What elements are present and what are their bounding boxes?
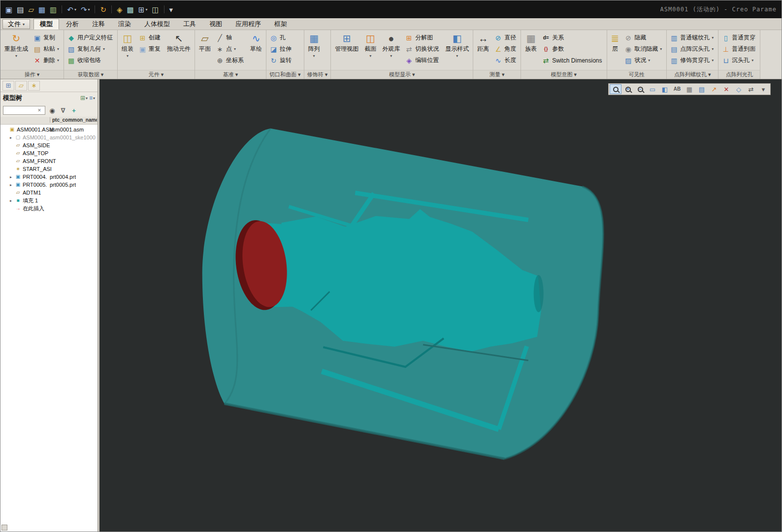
appearance-gallery-button[interactable]: ●外观库▾ <box>380 31 402 69</box>
tree-column-header[interactable]: ptc_common_name <box>50 117 97 123</box>
window-button[interactable]: ▣ <box>3 5 14 14</box>
tab-analysis[interactable]: 分析 <box>60 19 85 30</box>
thread-hole-button[interactable]: ▥普通螺纹孔▾ <box>668 32 717 43</box>
through-hole-button[interactable]: ▯普通贯穿 <box>720 32 758 43</box>
filter-button[interactable]: ∇ <box>58 105 68 115</box>
ribbon-group-label[interactable]: 基准 ▾ <box>195 70 266 79</box>
tree-item-fill-1[interactable]: ▸■填充 1 <box>0 197 98 204</box>
drag-components-button[interactable]: ↖拖动元件 <box>164 31 193 69</box>
pattern-button[interactable]: ▦阵列▾ <box>306 31 323 69</box>
ribbon-group-label[interactable]: 模型意图 ▾ <box>521 70 606 79</box>
new-window-button[interactable]: ◫ <box>150 5 161 14</box>
add-filter-button[interactable]: + <box>69 105 79 115</box>
ribbon-group-label[interactable]: 模型显示 ▾ <box>331 70 473 79</box>
expand-icon[interactable]: ▸ <box>8 199 13 203</box>
export-button[interactable]: ▥ <box>48 5 59 14</box>
tab-applications[interactable]: 应用程序 <box>229 19 267 30</box>
repaint-button[interactable]: ◈ <box>115 5 125 14</box>
capture-view-button[interactable]: ▦ <box>684 84 695 94</box>
layers-button[interactable]: ≣层 <box>609 31 622 69</box>
save-button[interactable]: ▦ <box>36 5 47 14</box>
reorient-button[interactable]: ↗ <box>708 84 720 94</box>
switch-status-button[interactable]: ⇄切换状况 <box>403 43 442 55</box>
copy-button[interactable]: ▣复制 <box>32 32 62 43</box>
tree-item-prt0004[interactable]: ▸▣PRT0004.prt0004.prt <box>0 173 98 181</box>
diameter-button[interactable]: ⊘直径 <box>492 32 519 43</box>
open-button[interactable]: ▱ <box>26 5 36 14</box>
angle-button[interactable]: ∠角度 <box>492 43 519 55</box>
regenerate-quick-button[interactable]: ↻ <box>98 5 108 14</box>
tree-item-asm-front[interactable]: ▱ASM_FRONT <box>0 157 98 165</box>
tab-tools[interactable]: 工具 <box>177 19 202 30</box>
find-button[interactable]: ◉ <box>47 105 57 115</box>
tab-model[interactable]: 模型 <box>33 19 59 30</box>
model-canvas[interactable] <box>99 79 782 532</box>
clear-search-icon[interactable]: ✕ <box>36 108 43 113</box>
ribbon-group-label[interactable]: 修饰符 ▾ <box>304 70 331 79</box>
toolbar-options-button[interactable]: ▾ <box>167 5 175 14</box>
tree-display-button[interactable]: ≡▾ <box>89 95 95 101</box>
regenerate-button[interactable]: ↻重新生成▾ <box>2 31 31 69</box>
section-button[interactable]: ◫截面▾ <box>362 31 379 69</box>
refit-button[interactable]: ▭ <box>647 84 658 94</box>
tree-settings-button[interactable]: ⊞▾ <box>80 95 88 101</box>
tree-item-prt0005[interactable]: ▸▣PRT0005.prt0005.prt <box>0 181 98 189</box>
ribbon-group-label[interactable]: 元件 ▾ <box>118 70 195 79</box>
exploded-view-button[interactable]: ⊞分解图 <box>403 32 442 43</box>
tree-item-asm0001-asm[interactable]: ▣ASM0001.ASMasm0001.asm <box>0 126 98 133</box>
tree-item-start-asi[interactable]: ∗START_ASI <box>0 165 98 173</box>
zoom-out-button[interactable]: − <box>634 84 646 94</box>
manage-views-button[interactable]: ⊞管理视图 <box>332 31 361 69</box>
folder-browser-button[interactable]: ▱ <box>15 81 27 91</box>
expand-icon[interactable]: ▸ <box>8 183 13 187</box>
pattern-counterbore-hole-button[interactable]: ▤点阵沉头孔▾ <box>668 43 717 55</box>
tab-manikin[interactable]: 人体模型 <box>138 19 176 30</box>
ribbon-group-label[interactable]: 操作 ▾ <box>0 70 64 79</box>
zoom-in-button[interactable]: + <box>622 84 634 94</box>
windows-button[interactable]: ⊞▾ <box>136 5 150 14</box>
create-button[interactable]: ⊞创建 <box>137 32 163 43</box>
tree-item-asm0001-skeleton[interactable]: ▸▢ASM0001_asm0001_ske1000 <box>0 133 98 141</box>
revolve-button[interactable]: ↻旋转 <box>268 55 294 66</box>
counterbore-hole-button[interactable]: ⊔沉头孔▾ <box>720 55 758 66</box>
axis-button[interactable]: ╱轴 <box>214 32 247 43</box>
ribbon-group-label[interactable]: 获取数据 ▾ <box>64 70 117 79</box>
family-table-button[interactable]: ▦族表 <box>522 31 539 69</box>
length-button[interactable]: ∿长度 <box>492 55 519 66</box>
point-button[interactable]: ∗点▾ <box>214 43 247 55</box>
undo-button[interactable]: ↶▾ <box>65 5 78 14</box>
ribbon-group-label[interactable]: 切口和曲面 ▾ <box>266 70 304 79</box>
copy-geometry-button[interactable]: ▧复制几何▾ <box>65 43 116 55</box>
hole-button[interactable]: ◎孔 <box>268 32 294 43</box>
status-button[interactable]: ▨状况▾ <box>622 55 665 66</box>
paste-button[interactable]: ▤粘贴▾ <box>32 43 62 55</box>
shrinkwrap-button[interactable]: ▩收缩包络 <box>65 55 116 66</box>
display-style-view-button[interactable]: ◧ <box>659 84 671 94</box>
tab-framework[interactable]: 框架 <box>268 19 293 30</box>
tree-item-asm-side[interactable]: ▱ASM_SIDE <box>0 141 98 149</box>
zoom-window-button[interactable] <box>610 84 621 94</box>
navigator-tabs-button[interactable]: ⊞ <box>2 81 14 91</box>
dragger-button[interactable]: ◇ <box>733 84 745 94</box>
datum-display-button[interactable]: AB <box>671 84 683 94</box>
tree-search-input[interactable] <box>3 107 36 114</box>
file-menu-button[interactable]: 文件 ▾ <box>2 19 30 29</box>
ribbon-group-label[interactable]: 点阵列螺纹孔 ▾ <box>667 70 718 79</box>
switch-dimensions-button[interactable]: ⇄Switch Dimensions <box>540 55 605 66</box>
tab-view[interactable]: 视图 <box>203 19 228 30</box>
extrude-button[interactable]: ◪拉伸 <box>268 43 294 55</box>
expand-icon[interactable]: ▸ <box>8 175 13 179</box>
repeat-button[interactable]: ▣重复 <box>137 43 163 55</box>
assemble-button[interactable]: ◫组装▾ <box>119 31 136 69</box>
tree-item-adtm1[interactable]: ▱ADTM1 <box>0 189 98 197</box>
plane-button[interactable]: ▱平面 <box>196 31 213 69</box>
tab-annotate[interactable]: 注释 <box>86 19 111 30</box>
tab-render[interactable]: 渲染 <box>112 19 137 30</box>
display-style-button[interactable]: ◧显示样式▾ <box>443 31 471 69</box>
annotations-button[interactable]: ✕ <box>720 84 732 94</box>
edit-position-button[interactable]: ◈编辑位置 <box>403 55 442 66</box>
ribbon-group-label[interactable]: 可见性 <box>607 70 667 79</box>
relations-button[interactable]: d=关系 <box>540 32 605 43</box>
flip-button[interactable]: ⇄ <box>745 84 757 94</box>
udf-button[interactable]: ◆用户定义特征 <box>65 32 116 43</box>
